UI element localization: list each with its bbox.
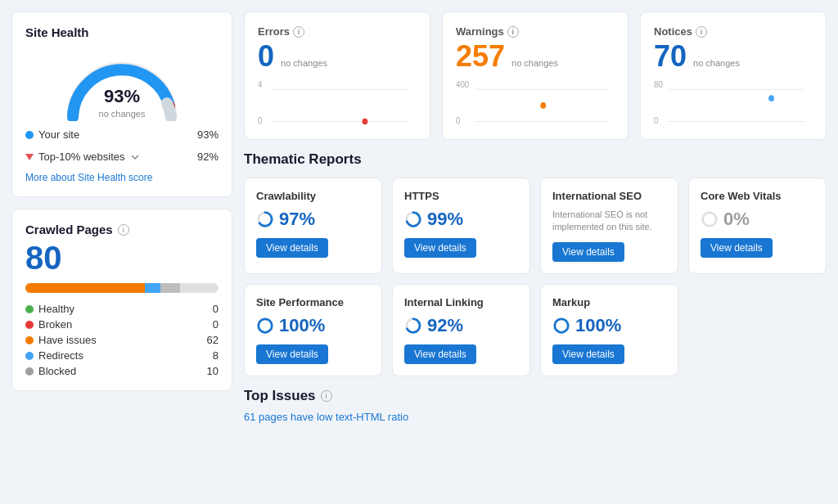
top-sites-row: Top-10% websites 92% (25, 148, 219, 165)
notices-info-icon[interactable]: i (696, 26, 707, 38)
errors-label: Errors i (258, 25, 417, 38)
have-issues-label: Have issues (38, 334, 97, 346)
warnings-change: no changes (511, 58, 558, 68)
your-site-row: Your site 93% (25, 126, 219, 143)
more-about-link[interactable]: More about Site Health score (25, 172, 219, 183)
report-crawlability: Crawlability 97% View details (244, 178, 382, 274)
svg-point-20 (259, 319, 273, 333)
notices-card: Notices i 70 no changes 80 0 (640, 11, 827, 140)
warnings-info-icon[interactable]: i (507, 26, 519, 38)
warnings-card: Warnings i 257 no changes 400 0 (442, 11, 628, 140)
your-site-value: 93% (197, 128, 219, 141)
site-performance-pct-row: 100% (256, 315, 370, 336)
top-sites-icon (25, 154, 34, 160)
international-seo-view-details[interactable]: View details (552, 242, 624, 262)
your-site-dot (25, 131, 34, 139)
svg-text:400: 400 (456, 80, 469, 90)
site-performance-name: Site Performance (256, 296, 370, 308)
report-markup: Markup 100% View details (540, 284, 678, 376)
legend-have-issues: Have issues 62 (25, 334, 219, 346)
https-name: HTTPS (404, 190, 518, 202)
core-web-vitals-pct-row: 0% (701, 209, 814, 230)
thematic-reports-title: Thematic Reports (244, 151, 827, 168)
https-icon (404, 210, 422, 228)
svg-point-18 (703, 213, 717, 227)
legend-broken: Broken 0 (25, 318, 219, 331)
top-issues-title: Top Issues (244, 388, 316, 404)
progress-blocked (160, 283, 180, 293)
warnings-value: 257 (456, 39, 505, 74)
have-issues-value: 62 (207, 334, 219, 346)
international-seo-name: International SEO (552, 190, 666, 202)
notices-value: 70 (654, 39, 687, 74)
notices-chart: 80 0 (654, 77, 813, 126)
pages-count: 80 (25, 240, 219, 277)
progress-bar (25, 283, 219, 293)
report-site-performance: Site Performance 100% View details (244, 284, 382, 376)
right-column: Errors i 0 no changes 4 0 (244, 11, 827, 423)
broken-label: Broken (38, 318, 72, 331)
crawlability-pct: 97% (279, 209, 315, 230)
thematic-reports-section: Thematic Reports Crawlability 97% View d… (244, 151, 827, 376)
top-issues-info-icon[interactable]: i (321, 390, 332, 402)
broken-dot (25, 321, 34, 329)
international-seo-desc: International SEO is not implemented on … (552, 209, 666, 234)
blocked-dot (25, 367, 34, 376)
https-view-details[interactable]: View details (404, 238, 476, 258)
markup-pct-row: 100% (552, 315, 666, 336)
svg-point-15 (768, 95, 774, 101)
healthy-value: 0 (213, 303, 219, 315)
site-performance-pct: 100% (279, 315, 325, 336)
legend-redirects: Redirects 8 (25, 349, 219, 362)
gauge-subtitle: no changes (99, 109, 146, 119)
core-web-vitals-icon (701, 210, 719, 228)
crawled-pages-info-icon[interactable]: i (118, 224, 129, 236)
redirects-label: Redirects (38, 349, 83, 362)
gauge-container: 93% no changes (25, 47, 219, 121)
markup-name: Markup (552, 296, 666, 308)
warnings-label: Warnings i (456, 25, 615, 38)
gauge-center-text: 93% no changes (99, 86, 146, 119)
https-pct: 99% (427, 209, 463, 230)
core-web-vitals-view-details[interactable]: View details (701, 238, 773, 258)
healthy-label: Healthy (38, 303, 74, 315)
crawlability-pct-row: 97% (256, 209, 370, 230)
internal-linking-pct-row: 92% (404, 315, 518, 336)
pages-legend: Healthy 0 Broken 0 Have issues (25, 303, 219, 377)
svg-point-5 (363, 119, 368, 125)
errors-info-icon[interactable]: i (293, 26, 304, 38)
core-web-vitals-name: Core Web Vitals (701, 190, 814, 202)
svg-point-23 (555, 319, 569, 333)
blocked-value: 10 (207, 365, 219, 377)
redirects-dot (25, 352, 34, 360)
crawlability-name: Crawlability (256, 190, 370, 202)
report-https: HTTPS 99% View details (392, 178, 530, 274)
svg-text:4: 4 (258, 80, 263, 90)
crawled-pages-title: Crawled Pages (25, 223, 113, 236)
errors-change: no changes (281, 58, 327, 68)
crawled-pages-card: Crawled Pages i 80 Healthy 0 (11, 209, 232, 391)
legend-blocked: Blocked 10 (25, 365, 219, 377)
top-issues-section: Top Issues i 61 pages have low text-HTML… (244, 388, 827, 423)
crawlability-view-details[interactable]: View details (256, 238, 328, 258)
top-sites-label: Top-10% websites (38, 151, 125, 163)
errors-card: Errors i 0 no changes 4 0 (244, 11, 430, 140)
internal-linking-view-details[interactable]: View details (404, 344, 476, 364)
progress-have-issues (25, 283, 145, 293)
markup-icon (552, 317, 570, 335)
core-web-vitals-pct: 0% (723, 209, 750, 230)
svg-text:0: 0 (456, 115, 461, 125)
dropdown-icon[interactable] (130, 152, 140, 162)
site-performance-view-details[interactable]: View details (256, 344, 328, 364)
top-issue-link[interactable]: 61 pages have low text-HTML ratio (244, 411, 408, 423)
internal-linking-icon (404, 317, 422, 335)
errors-value: 0 (258, 39, 274, 74)
markup-view-details[interactable]: View details (552, 344, 624, 364)
reports-grid: Crawlability 97% View details HTTPS (244, 178, 827, 376)
report-internal-linking: Internal Linking 92% View details (392, 284, 530, 376)
left-column: Site Health 93% no changes (11, 11, 232, 423)
svg-text:0: 0 (654, 115, 659, 125)
report-core-web-vitals: Core Web Vitals 0% View details (688, 178, 827, 274)
internal-linking-name: Internal Linking (404, 296, 518, 308)
svg-text:80: 80 (654, 80, 663, 90)
